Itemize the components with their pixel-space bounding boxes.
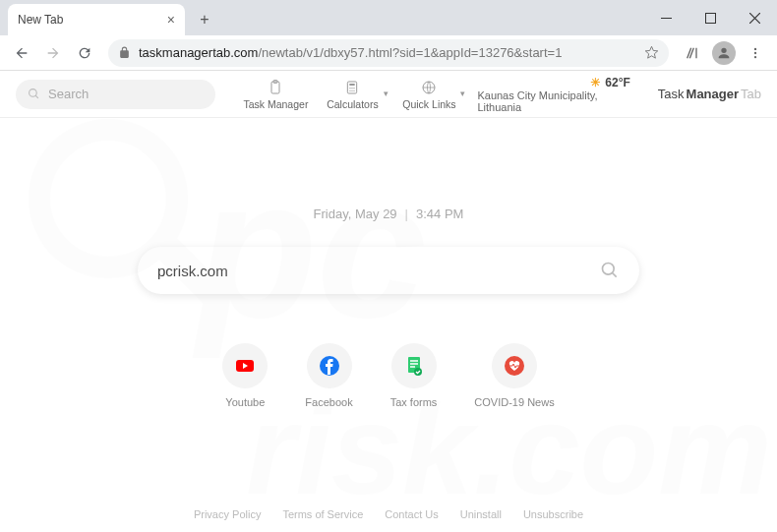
search-icon [28, 88, 40, 100]
youtube-icon [233, 354, 257, 378]
address-bar[interactable]: taskmanagertab.com/newtab/v1/dbxy57.html… [108, 39, 669, 67]
extension-topbar: Search Task Manager Calculators ▾ Quick … [0, 71, 777, 118]
heart-icon [503, 354, 526, 378]
chevron-down-icon: ▾ [460, 89, 465, 98]
svg-point-17 [350, 89, 351, 90]
topbar-item-label: Quick Links [402, 98, 455, 110]
profile-button[interactable] [710, 39, 738, 67]
document-icon [402, 354, 426, 378]
footer-uninstall[interactable]: Uninstall [460, 508, 502, 520]
svg-point-16 [354, 88, 355, 89]
datetime-display: Friday, May 29|3:44 PM [314, 207, 464, 221]
topbar-quick-links[interactable]: Quick Links ▾ [394, 79, 463, 110]
footer-links: Privacy Policy Terms of Service Contact … [0, 508, 777, 520]
globe-icon [421, 79, 437, 96]
star-icon[interactable] [644, 45, 659, 60]
browser-tab[interactable]: New Tab × [8, 4, 185, 35]
topbar-item-label: Calculators [327, 98, 379, 110]
topbar-item-label: Task Manager [243, 98, 308, 110]
shortcut-tax-forms[interactable]: Tax forms [390, 343, 438, 408]
maximize-button[interactable] [688, 3, 733, 32]
clipboard-icon [268, 79, 283, 96]
time-text: 3:44 PM [416, 207, 463, 221]
new-tab-button[interactable]: + [191, 6, 218, 33]
svg-point-3 [754, 51, 756, 53]
back-button[interactable] [8, 39, 35, 67]
url-text: taskmanagertab.com/newtab/v1/dbxy57.html… [139, 45, 562, 60]
svg-point-19 [354, 89, 355, 90]
svg-point-9 [30, 89, 37, 97]
footer-privacy[interactable]: Privacy Policy [194, 508, 261, 520]
svg-rect-13 [350, 84, 355, 86]
calculator-icon [344, 79, 360, 96]
menu-button[interactable] [742, 39, 769, 67]
topbar-calculators[interactable]: Calculators ▾ [318, 79, 387, 110]
extension-icon[interactable] [679, 39, 706, 67]
window-controls [644, 0, 777, 35]
topbar-task-manager[interactable]: Task Manager [241, 79, 310, 110]
close-window-button[interactable] [733, 3, 777, 32]
shortcut-label: Tax forms [390, 396, 438, 408]
svg-point-4 [754, 55, 756, 57]
facebook-icon [318, 354, 341, 378]
footer-terms[interactable]: Terms of Service [282, 508, 363, 520]
search-input[interactable] [157, 263, 600, 279]
shortcut-covid-news[interactable]: COVID-19 News [474, 343, 554, 408]
page-content: pc risk.com Search Task Manager Calculat… [0, 71, 777, 532]
footer-unsubscribe[interactable]: Unsubscribe [523, 508, 583, 520]
svg-point-18 [352, 89, 353, 90]
browser-titlebar: New Tab × + [0, 0, 777, 35]
chevron-down-icon: ▾ [384, 89, 388, 98]
footer-contact[interactable]: Contact Us [385, 508, 438, 520]
shortcuts-row: Youtube Facebook Tax forms COVID-19 News [222, 343, 554, 408]
svg-point-2 [754, 47, 756, 49]
mini-search-placeholder: Search [48, 87, 89, 101]
date-text: Friday, May 29 [314, 207, 397, 221]
svg-point-15 [352, 88, 353, 89]
shortcut-label: Youtube [225, 396, 265, 408]
svg-rect-0 [661, 18, 672, 19]
shortcut-label: Facebook [305, 396, 352, 408]
tab-title: New Tab [18, 13, 63, 27]
weather-location: Kaunas City Municipality, Lithuania [477, 89, 629, 113]
weather-widget[interactable]: ☀62°F Kaunas City Municipality, Lithuani… [477, 76, 629, 113]
forward-button[interactable] [39, 39, 67, 67]
svg-rect-1 [706, 13, 716, 23]
lock-icon [118, 46, 131, 59]
shortcut-facebook[interactable]: Facebook [305, 343, 352, 408]
weather-temp: 62°F [605, 76, 629, 89]
close-icon[interactable]: × [167, 12, 175, 28]
minimize-button[interactable] [644, 3, 688, 32]
shortcut-label: COVID-19 News [474, 396, 554, 408]
mini-search[interactable]: Search [16, 80, 215, 109]
shortcut-youtube[interactable]: Youtube [222, 343, 268, 408]
search-icon[interactable] [600, 261, 620, 280]
svg-point-25 [414, 368, 422, 376]
main-search[interactable] [138, 247, 639, 294]
svg-point-21 [603, 264, 615, 275]
browser-toolbar: taskmanagertab.com/newtab/v1/dbxy57.html… [0, 35, 777, 71]
reload-button[interactable] [71, 39, 98, 67]
sun-icon: ☀ [590, 76, 601, 89]
svg-point-14 [350, 88, 351, 89]
brand-logo: Task Manager Tab [658, 87, 761, 101]
